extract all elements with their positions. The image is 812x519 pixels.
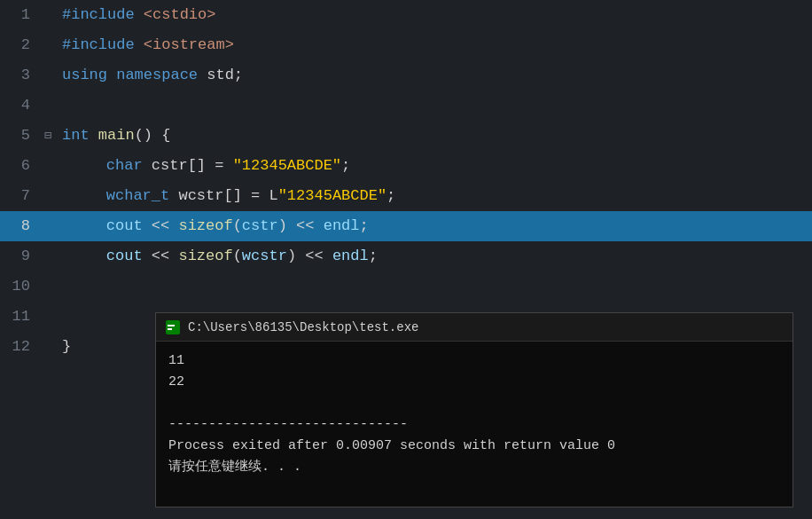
terminal-separator: ------------------------------ <box>168 414 780 436</box>
terminal-empty <box>168 393 780 414</box>
svg-rect-2 <box>168 328 172 330</box>
line-number-4: 4 <box>0 90 39 121</box>
line-number-11: 11 <box>0 302 39 332</box>
line-number-9: 9 <box>0 241 39 271</box>
code-line-10: 10 <box>0 271 812 302</box>
svg-rect-0 <box>166 320 180 334</box>
code-line-9: 9 cout << sizeof(wcstr) << endl; <box>0 241 812 271</box>
line-number-2: 2 <box>0 30 39 60</box>
code-line-4: 4 <box>0 90 812 121</box>
code-area: 1 #include <cstdio> 2 #include <iostream… <box>0 0 812 362</box>
code-line-3: 3 using namespace std; <box>0 60 812 90</box>
terminal-process-line: Process exited after 0.00907 seconds wit… <box>168 436 780 457</box>
code-line-2: 2 #include <iostream> <box>0 30 812 60</box>
line-content-8: cout << sizeof(cstr) << endl; <box>65 211 369 241</box>
code-line-5: 5 ⊟ int main() { <box>0 121 812 151</box>
line-content-7: wchar_t wcstr[] = L"12345ABCDE"; <box>65 181 395 211</box>
line-content-9: cout << sizeof(wcstr) << endl; <box>65 241 378 271</box>
line-content-1: #include <cstdio> <box>57 0 215 30</box>
terminal-continue-line: 请按任意键继续. . . <box>168 457 780 478</box>
line-number-3: 3 <box>0 60 39 90</box>
line-number-6: 6 <box>0 151 39 181</box>
line-number-10: 10 <box>0 271 39 302</box>
terminal-window: C:\Users\86135\Desktop\test.exe 11 22 --… <box>155 312 793 507</box>
line-number-5: 5 <box>0 121 39 151</box>
terminal-icon <box>165 319 181 335</box>
terminal-output-2: 22 <box>168 372 780 393</box>
line-number-1: 1 <box>0 0 39 30</box>
terminal-titlebar: C:\Users\86135\Desktop\test.exe <box>156 313 792 342</box>
fold-gutter-5: ⊟ <box>39 121 57 151</box>
line-content-12: } <box>57 332 71 362</box>
line-number-8: 8 <box>0 211 39 241</box>
code-line-8: 8 cout << sizeof(cstr) << endl; <box>0 211 812 241</box>
line-content-5: int main() { <box>57 121 170 151</box>
line-number-12: 12 <box>0 332 39 362</box>
code-line-7: 7 wchar_t wcstr[] = L"12345ABCDE"; <box>0 181 812 211</box>
terminal-body: 11 22 ------------------------------ Pro… <box>156 342 792 487</box>
svg-rect-1 <box>168 325 175 326</box>
line-content-6: char cstr[] = "12345ABCDE"; <box>65 151 350 181</box>
line-content-2: #include <iostream> <box>57 30 234 60</box>
line-content-3: using namespace std; <box>57 60 243 90</box>
code-line-1: 1 #include <cstdio> <box>0 0 812 30</box>
line-number-7: 7 <box>0 181 39 211</box>
terminal-output-1: 11 <box>168 350 780 372</box>
code-editor: 1 #include <cstdio> 2 #include <iostream… <box>0 0 812 519</box>
code-line-6: 6 char cstr[] = "12345ABCDE"; <box>0 151 812 181</box>
terminal-title: C:\Users\86135\Desktop\test.exe <box>188 320 418 334</box>
